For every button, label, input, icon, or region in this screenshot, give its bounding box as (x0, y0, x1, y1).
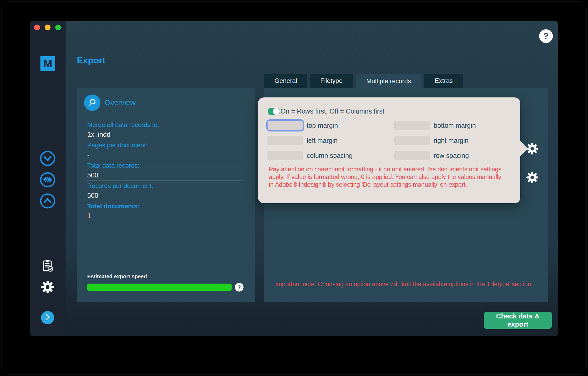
field-cell: right margin (394, 135, 516, 145)
sidebar: M (30, 21, 66, 336)
overview-row: Total documents: 1 (87, 201, 244, 221)
overview-row-value: 1x .indd (87, 131, 244, 138)
right-margin-input[interactable] (394, 136, 430, 145)
field-label: left margin (307, 137, 338, 144)
overview-row-value: 500 (87, 192, 244, 199)
overview-title: Overview (105, 98, 136, 107)
field-cell: top margin (268, 120, 394, 130)
export-speed-fill (87, 284, 232, 291)
tab-bar: General Filetype Multiple records Extras (264, 74, 463, 88)
top-margin-input[interactable] (268, 121, 303, 130)
chevron-up-circle-icon[interactable] (39, 193, 56, 209)
overview-row-value: 500 (87, 171, 244, 179)
help-button[interactable]: ? (539, 29, 553, 43)
overview-row-label: Merge all data records to: (87, 121, 244, 129)
overview-header: Overview (84, 95, 136, 111)
chevron-down-circle-icon[interactable] (39, 150, 56, 167)
screen: M (0, 0, 588, 376)
overview-row-label: Records per document: (87, 182, 244, 190)
layout-settings-popover: On = Rows first, Off = Columns first top… (258, 97, 520, 203)
overview-rows: Merge all data records to: 1x .indd Page… (87, 120, 244, 221)
overview-row: Merge all data records to: 1x .indd (87, 120, 244, 140)
field-label: right margin (434, 137, 468, 144)
field-label: row spacing (434, 152, 469, 159)
field-cell: row spacing (394, 151, 516, 161)
overview-row-label: Total data records: (87, 162, 244, 169)
app-window: M (30, 21, 558, 336)
toggle-knob (273, 108, 280, 115)
important-note: Important note: Choosing an option above… (275, 281, 540, 288)
row-divider (516, 167, 548, 167)
field-cell: column spacing (268, 151, 394, 161)
overview-row: Pages per document: - (87, 140, 244, 160)
popover-arrow (520, 141, 528, 157)
zoom-window-button[interactable] (55, 25, 61, 30)
overview-row-value: - (87, 151, 244, 159)
export-speed-bar (87, 284, 232, 291)
field-label: column spacing (307, 152, 353, 159)
bottom-margin-input[interactable] (394, 121, 430, 130)
magnifier-icon (84, 95, 100, 111)
tab-filetype[interactable]: Filetype (310, 74, 353, 88)
option-settings-gear-icon[interactable] (526, 143, 538, 155)
question-mark-icon: ? (237, 284, 241, 290)
margin-fields-grid: top margin bottom margin left margin rig… (268, 120, 516, 161)
question-mark-icon: ? (544, 31, 549, 41)
rows-first-toggle[interactable] (268, 108, 280, 115)
field-cell: bottom margin (394, 120, 516, 130)
option-settings-gear-icon[interactable] (526, 171, 538, 184)
row-spacing-input[interactable] (394, 151, 430, 160)
unit-formatting-warning: Pay attention on correct unit formatting… (269, 166, 502, 189)
left-margin-input[interactable] (268, 136, 303, 145)
toggle-label: On = Rows first, Off = Columns first (281, 107, 384, 115)
report-clipboard-icon[interactable] (39, 257, 56, 274)
app-logo: M (40, 56, 55, 71)
field-label: top margin (307, 122, 338, 129)
field-cell: left margin (268, 135, 394, 145)
row-divider (516, 138, 548, 138)
tab-extras[interactable]: Extras (424, 74, 463, 88)
export-speed-help-button[interactable]: ? (235, 283, 244, 292)
overview-panel: Overview Merge all data records to: 1x .… (77, 88, 255, 302)
overview-row: Total data records: 500 (87, 160, 244, 181)
tab-general[interactable]: General (264, 74, 307, 88)
tab-multiple-records[interactable]: Multiple records (356, 74, 422, 88)
check-data-export-button[interactable]: Check data & export (484, 312, 552, 329)
chevron-right-icon (42, 312, 53, 323)
main-area: Export ? General Filetype Multiple recor… (66, 21, 558, 336)
minimize-window-button[interactable] (45, 25, 50, 30)
overview-row-label: Total documents: (87, 203, 244, 210)
export-speed-label: Estimated export speed (87, 274, 147, 280)
rows-first-toggle-row: On = Rows first, Off = Columns first (268, 107, 384, 115)
overview-row-label: Pages per document: (87, 142, 244, 149)
next-step-button[interactable] (41, 311, 54, 324)
overview-row-value: 1 (87, 212, 244, 220)
page-title: Export (77, 55, 105, 65)
expand-collapse-circle-icon[interactable] (39, 172, 56, 188)
traffic-lights (34, 25, 61, 30)
field-label: bottom margin (434, 122, 476, 129)
overview-row: Records per document: 500 (87, 181, 244, 201)
close-window-button[interactable] (34, 25, 40, 30)
settings-gear-icon[interactable] (39, 279, 56, 295)
column-spacing-input[interactable] (268, 151, 303, 160)
